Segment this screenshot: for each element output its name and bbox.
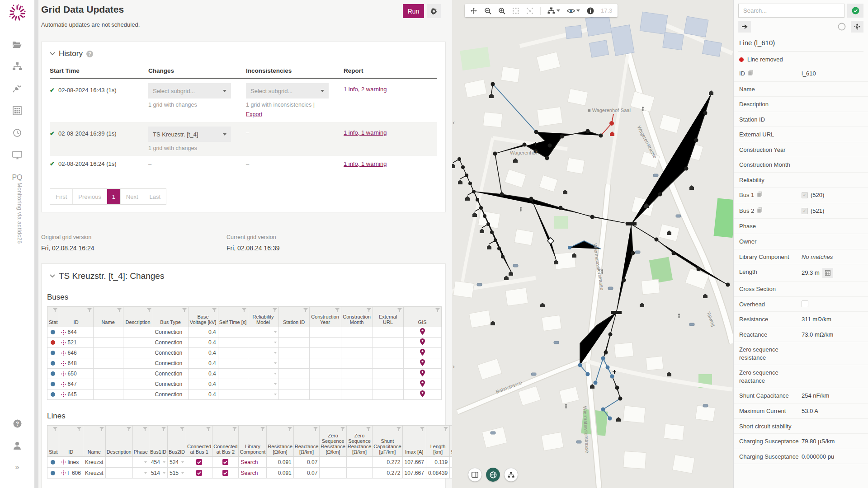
gis-pin-icon[interactable]: [420, 370, 425, 376]
copy-icon[interactable]: [757, 207, 763, 213]
filter-icon[interactable]: [313, 427, 318, 431]
changes-subgrid-select[interactable]: TS Kreuzstr. [t_4]: [148, 127, 231, 142]
app-logo[interactable]: [0, 3, 34, 23]
sidebar-item-help[interactable]: ?: [0, 414, 34, 432]
pagination-next[interactable]: Next: [121, 189, 144, 204]
unchecked-checkbox[interactable]: [802, 300, 808, 307]
layers-tree-button[interactable]: [547, 7, 560, 14]
changes-subgrid-select[interactable]: Select subgrid...: [148, 83, 231, 99]
filter-icon[interactable]: [435, 308, 440, 312]
gis-pin-icon[interactable]: [420, 349, 425, 356]
filter-icon[interactable]: [212, 308, 217, 312]
center-on-map-button[interactable]: [851, 21, 863, 33]
main-scrollbar[interactable]: [34, 0, 38, 488]
line-row[interactable]: linesKreuzst454524Search0.0910.070.27210…: [47, 457, 453, 468]
sidebar-item-calculations[interactable]: [0, 102, 34, 120]
pagination-last[interactable]: Last: [144, 189, 166, 204]
settings-button[interactable]: [427, 4, 441, 18]
sidebar-item-schedule[interactable]: [0, 124, 34, 142]
visibility-button[interactable]: [567, 8, 580, 14]
filter-icon[interactable]: [117, 308, 122, 312]
expand-left-handle[interactable]: ›: [453, 362, 455, 370]
report-link[interactable]: 1 info, 2 warning: [344, 86, 387, 93]
locate-element-icon[interactable]: [61, 351, 66, 356]
filter-icon[interactable]: [127, 427, 131, 431]
filter-icon[interactable]: [232, 427, 237, 431]
history-help-icon[interactable]: ?: [86, 51, 93, 57]
pagination-first[interactable]: First: [50, 189, 73, 204]
sidebar-item-monitoring[interactable]: [0, 146, 34, 164]
filter-icon[interactable]: [242, 308, 246, 312]
filter-icon[interactable]: [99, 427, 104, 431]
copy-icon[interactable]: [757, 191, 763, 197]
filter-icon[interactable]: [288, 427, 292, 431]
bus-row[interactable]: 644Connection0.4: [47, 327, 442, 338]
report-link[interactable]: 1 info, 1 warning: [344, 129, 387, 136]
chevron-down-icon[interactable]: [50, 52, 55, 56]
pagination-page-1[interactable]: 1: [107, 189, 121, 204]
bus-row[interactable]: 521Connection0.4: [47, 338, 442, 348]
sidebar-item-account[interactable]: [0, 436, 34, 455]
run-button[interactable]: Run: [403, 4, 424, 18]
locate-element-icon[interactable]: [61, 392, 66, 397]
library-search-link[interactable]: Search: [241, 470, 258, 476]
filter-icon[interactable]: [77, 427, 81, 431]
export-link[interactable]: Export: [246, 111, 262, 117]
filter-icon[interactable]: [366, 427, 371, 431]
filter-icon[interactable]: [303, 308, 308, 312]
length-calculator-button[interactable]: [822, 268, 833, 278]
sidebar-collapse-button[interactable]: »: [0, 458, 34, 476]
search-input[interactable]: [738, 4, 844, 18]
fit-selection-button[interactable]: [512, 7, 519, 14]
chevron-down-icon[interactable]: [50, 274, 55, 278]
filter-icon[interactable]: [206, 427, 211, 431]
locate-element-icon[interactable]: [61, 340, 66, 345]
locate-element-icon[interactable]: [61, 361, 66, 366]
info-button[interactable]: [587, 7, 594, 14]
filter-icon[interactable]: [260, 427, 265, 431]
sidebar-item-grid-structure[interactable]: [0, 57, 34, 75]
inconsistencies-subgrid-select[interactable]: Select subgrid...: [246, 83, 329, 99]
bus-row[interactable]: 646Connection0.4: [47, 348, 442, 358]
filter-icon[interactable]: [443, 427, 448, 431]
line-row[interactable]: l_606Kreuzst514515Search0.0910.070.27210…: [47, 468, 453, 479]
bus-row[interactable]: 650Connection0.4: [47, 369, 442, 379]
filter-icon[interactable]: [53, 427, 57, 431]
bus-row[interactable]: 647Connection0.4: [47, 379, 442, 389]
filter-icon[interactable]: [87, 308, 92, 312]
copy-icon[interactable]: [748, 70, 754, 76]
filter-icon[interactable]: [161, 427, 166, 431]
sidebar-item-connections[interactable]: [0, 80, 34, 98]
sidebar-item-projects[interactable]: [0, 36, 34, 54]
zoom-out-button[interactable]: [484, 7, 491, 14]
fit-zoom-button[interactable]: [526, 7, 533, 14]
locate-element-icon[interactable]: [61, 470, 66, 475]
filter-icon[interactable]: [143, 427, 147, 431]
checked-checkbox[interactable]: [222, 459, 228, 465]
pagination-previous[interactable]: Previous: [73, 189, 107, 204]
gis-pin-icon[interactable]: [420, 338, 425, 345]
checked-checkbox[interactable]: [196, 470, 202, 476]
bus-row[interactable]: 648Connection0.4: [47, 358, 442, 369]
bus-row[interactable]: 645Connection0.4: [47, 389, 442, 400]
filter-icon[interactable]: [335, 308, 340, 312]
map-view-button[interactable]: [486, 468, 500, 482]
zoom-in-button[interactable]: [498, 7, 505, 14]
locate-element-icon[interactable]: [61, 330, 66, 335]
locate-element-icon[interactable]: [61, 460, 66, 465]
locate-element-icon[interactable]: [61, 371, 66, 376]
filter-icon[interactable]: [367, 308, 371, 312]
filter-icon[interactable]: [273, 308, 277, 312]
gis-pin-icon[interactable]: [420, 380, 425, 387]
schematic-view-button[interactable]: [504, 468, 518, 482]
navigate-button[interactable]: [738, 21, 751, 33]
filter-icon[interactable]: [180, 427, 184, 431]
gis-pin-icon[interactable]: [420, 328, 425, 335]
collapse-left-handle[interactable]: ‹: [453, 118, 455, 126]
filter-icon[interactable]: [340, 427, 345, 431]
filter-icon[interactable]: [396, 427, 401, 431]
gis-pin-icon[interactable]: [420, 359, 425, 366]
filter-icon[interactable]: [397, 308, 402, 312]
search-confirm-button[interactable]: [847, 4, 863, 18]
grid-map[interactable]: ■Wagerenhof-Saal Wagerenhof Wagerenstras…: [452, 0, 733, 488]
